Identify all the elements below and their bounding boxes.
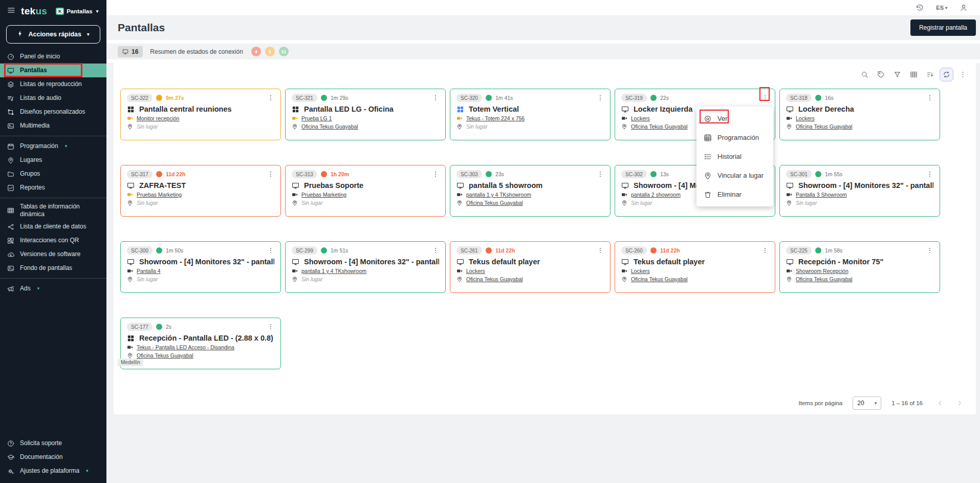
playlist-row: Pantalla 4: [127, 268, 274, 274]
screen-id-chip: SC-318: [786, 94, 812, 102]
location-link[interactable]: Oficina Tekus Guayabal: [466, 276, 523, 282]
screen-card[interactable]: SC-3201m 41sTotem VerticalTekus - Totem …: [450, 89, 611, 140]
sidebar-item-listas-de-audio[interactable]: Listas de audio: [0, 91, 106, 105]
sidebar-item-tablas-de-informacion-dinamica[interactable]: Tablas de información dinámica: [0, 201, 106, 220]
toolbar-search-button[interactable]: [858, 68, 872, 81]
card-menu-button[interactable]: [432, 94, 439, 101]
quick-actions-button[interactable]: Acciones rápidas ▾: [6, 25, 100, 44]
card-menu-button[interactable]: [761, 94, 769, 101]
register-screen-button[interactable]: Registrar pantalla: [910, 19, 976, 36]
sidebar-item-interacciones-con-qr[interactable]: Interacciones con QR: [0, 234, 106, 247]
sidebar-item-disenos-personalizados[interactable]: Diseños personalizados: [0, 105, 106, 119]
playlist-link[interactable]: Lockers: [796, 115, 815, 121]
playlist-link[interactable]: Showroom Recepción: [796, 268, 848, 274]
sidebar-item-documentacion[interactable]: Documentación: [0, 450, 106, 464]
grid-icon: [292, 106, 299, 113]
playlist-link[interactable]: Lockers: [466, 268, 485, 274]
screen-card[interactable]: SC-31816sLocker DerechaLockersOficina Te…: [779, 89, 940, 140]
card-menu-button[interactable]: [267, 171, 274, 178]
screen-card[interactable]: SC-1772sRecepción - Pantalla LED - (2.88…: [120, 318, 281, 369]
card-menu-button[interactable]: [761, 247, 769, 254]
tekus-logo[interactable]: tekus: [21, 6, 47, 17]
menu-item-programacion[interactable]: Programación: [696, 128, 773, 147]
card-menu-button[interactable]: [432, 247, 439, 254]
sidebar-item-panel-de-inicio[interactable]: Panel de inicio: [0, 50, 106, 64]
location-link[interactable]: Oficina Tekus Guayabal: [631, 276, 688, 282]
card-menu-button[interactable]: [926, 247, 933, 254]
screen-card[interactable]: SC-3001m 50sShowroom - [4] Monitores 32"…: [120, 241, 281, 293]
menu-item-historial[interactable]: Historial: [696, 147, 773, 166]
menu-item-ver[interactable]: Ver: [696, 109, 773, 128]
screen-card[interactable]: SC-2991m 51sShowroom - [4] Monitores 32"…: [285, 241, 446, 293]
location-link[interactable]: Oficina Tekus Guayabal: [301, 123, 358, 130]
card-menu-button[interactable]: [926, 171, 933, 178]
card-menu-button[interactable]: [267, 247, 274, 254]
screen-card[interactable]: SC-3011m 55sShowroom - [4] Monitores 32"…: [779, 165, 940, 217]
playlist-link[interactable]: Pantalla 4: [137, 268, 161, 274]
screen-card[interactable]: SC-3211m 29sPantalla LED LG - OficinaPru…: [285, 89, 446, 140]
sidebar-item-label: Listas de reproducción: [20, 79, 82, 90]
screen-card[interactable]: SC-30323spantalla 5 showroompantalla 1 y…: [450, 165, 611, 217]
toolbar-sync-button[interactable]: [940, 68, 953, 81]
monitor-icon: [456, 258, 464, 266]
menu-item-eliminar[interactable]: Eliminar: [696, 185, 773, 204]
hamburger-menu-icon[interactable]: [7, 6, 15, 16]
sidebar-item-multimedia[interactable]: Multimedia: [0, 119, 106, 133]
page-size-select[interactable]: 20: [853, 396, 881, 410]
history-icon[interactable]: [916, 4, 924, 12]
sidebar-item-solicita-soporte[interactable]: Solicita soporte: [0, 436, 106, 450]
sidebar-item-ads[interactable]: Ads▾: [0, 282, 106, 296]
sidebar-item-reportes[interactable]: Reportes: [0, 181, 106, 195]
location-link[interactable]: Oficina Tekus Guayabal: [796, 276, 853, 282]
sidebar-item-listas-de-reproduccion[interactable]: Listas de reproducción: [0, 77, 106, 91]
playlist-link[interactable]: Tekus - Pantalla LED Acceso - Disandina: [137, 344, 234, 350]
card-menu-button[interactable]: [267, 94, 274, 101]
sidebar-item-lugares[interactable]: Lugares: [0, 153, 106, 167]
toolbar-table-view-button[interactable]: [907, 68, 921, 81]
card-menu-button[interactable]: [926, 94, 933, 101]
sidebar-item-versiones-de-software[interactable]: Versiones de software: [0, 247, 106, 261]
card-menu-button[interactable]: [432, 171, 439, 178]
playlist-link[interactable]: Lockers: [631, 115, 650, 121]
sidebar-item-pantallas[interactable]: Pantallas: [0, 64, 106, 77]
card-menu-button[interactable]: [597, 94, 604, 101]
card-menu-button[interactable]: [597, 171, 604, 178]
screen-card[interactable]: SC-3131h 20mPruebas SoportePruebas Marke…: [285, 165, 446, 217]
playlist-link[interactable]: Monitor recepción: [137, 115, 179, 121]
sidebar-item-lista-de-cliente-de-datos[interactable]: Lista de cliente de datos: [0, 220, 106, 234]
language-selector[interactable]: ES: [936, 5, 947, 11]
screen-card[interactable]: SC-2251m 58sRecepción - Monitor 75"Showr…: [779, 241, 940, 293]
location-link[interactable]: Oficina Tekus Guayabal: [137, 352, 193, 359]
next-page-button[interactable]: [955, 399, 964, 407]
toolbar-more-button[interactable]: [956, 68, 970, 81]
location-link[interactable]: Oficina Tekus Guayabal: [631, 123, 688, 130]
card-menu-button[interactable]: [597, 247, 604, 254]
card-menu-button[interactable]: [267, 323, 274, 330]
toolbar-tag-button[interactable]: [874, 68, 888, 81]
screen-card[interactable]: SC-26111d 22hTekus default playerLockers…: [450, 241, 611, 293]
playlist-link[interactable]: Pruebas Marketing: [137, 192, 182, 198]
playlist-link[interactable]: Pruebas Marketing: [301, 192, 346, 198]
playlist-link[interactable]: Tekus - Totem 224 x 756: [466, 115, 525, 121]
app-switcher[interactable]: K Pantallas ▾: [56, 8, 98, 15]
playlist-link[interactable]: Pantalla 3 Showroom: [796, 192, 847, 198]
location-link[interactable]: Oficina Tekus Guayabal: [796, 123, 853, 130]
sidebar-item-grupos[interactable]: Grupos: [0, 167, 106, 181]
sidebar-item-ajustes-de-plataforma[interactable]: Ajustes de plataforma▾: [0, 464, 106, 478]
screen-card[interactable]: SC-3229m 27sPantalla central reunionesMo…: [120, 89, 281, 140]
previous-page-button[interactable]: [936, 399, 944, 407]
location-link[interactable]: Oficina Tekus Guayabal: [466, 200, 523, 206]
menu-item-vincular-a-lugar[interactable]: Vincular a lugar: [696, 166, 773, 185]
sidebar-item-programacion[interactable]: Programación▾: [0, 139, 106, 153]
playlist-link[interactable]: pantalla 2 showroom: [631, 192, 681, 198]
playlist-link[interactable]: Prueba LG 1: [301, 115, 332, 121]
toolbar-filter-button[interactable]: [890, 68, 904, 81]
playlist-link[interactable]: Lockers: [631, 268, 650, 274]
screen-card[interactable]: SC-26011d 22hTekus default playerLockers…: [615, 241, 775, 293]
playlist-link[interactable]: pantalla 1 y 4 TKshowroom: [466, 192, 531, 198]
user-account-icon[interactable]: [960, 4, 968, 12]
screen-card[interactable]: SC-31711d 22hZAFRA-TESTPruebas Marketing…: [120, 165, 281, 217]
toolbar-sort-button[interactable]: [923, 68, 937, 81]
playlist-link[interactable]: pantalla 1 y 4 TKshowroom: [301, 268, 366, 274]
sidebar-item-fondo-de-pantallas[interactable]: Fondo de pantallas: [0, 261, 106, 275]
